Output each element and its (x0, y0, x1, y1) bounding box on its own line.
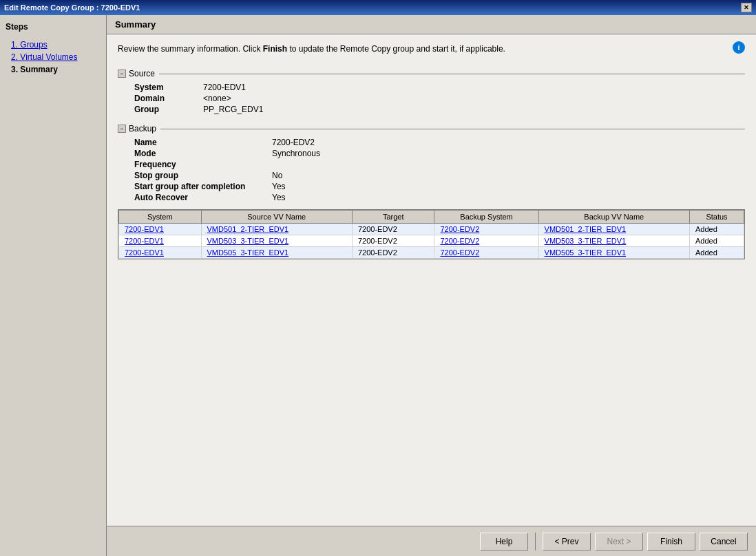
table-cell-link[interactable]: VMD505_3-TIER_EDV1 (201, 247, 352, 259)
source-collapse-button[interactable]: − (118, 70, 126, 78)
source-system-label: System (134, 83, 203, 92)
table-row: 7200-EDV1VMD503_3-TIER_EDV17200-EDV27200… (119, 235, 744, 247)
source-section-label: Source (129, 69, 155, 78)
backup-auto-recover-value: Yes (272, 193, 745, 202)
col-status: Status (689, 211, 744, 224)
table-cell: Added (689, 247, 744, 259)
sidebar: Steps 1. Groups 2. Virtual Volumes 3. Su… (0, 15, 107, 556)
source-system-value: 7200-EDV1 (203, 83, 745, 92)
table-cell: 7200-EDV2 (352, 224, 434, 235)
backup-auto-recover-label: Auto Recover (134, 193, 272, 202)
table-cell: 7200-EDV2 (352, 235, 434, 247)
backup-name-value: 7200-EDV2 (272, 138, 745, 147)
backup-start-group-value: Yes (272, 182, 745, 191)
close-button[interactable]: ✕ (741, 3, 752, 12)
backup-mode-label: Mode (134, 149, 272, 158)
title-bar: Edit Remote Copy Group : 7200-EDV1 ✕ (0, 0, 756, 15)
table-cell-link[interactable]: 7200-EDV2 (434, 224, 538, 235)
table-row: 7200-EDV1VMD501_2-TIER_EDV17200-EDV27200… (119, 224, 744, 235)
source-fields: System 7200-EDV1 Domain <none> Group PP_… (118, 83, 745, 114)
main-container: Steps 1. Groups 2. Virtual Volumes 3. Su… (0, 15, 756, 556)
table-cell-link[interactable]: 7200-EDV2 (434, 235, 538, 247)
source-group-value: PP_RCG_EDV1 (203, 105, 745, 114)
source-group-label: Group (134, 105, 203, 114)
content-body: Review the summary information. Click Fi… (107, 34, 756, 526)
col-backup-vv: Backup VV Name (538, 211, 689, 224)
table-cell: Added (689, 224, 744, 235)
table-cell-link[interactable]: 7200-EDV1 (119, 235, 202, 247)
info-icon: i (733, 41, 745, 54)
source-domain-label: Domain (134, 94, 203, 103)
table-cell-link[interactable]: VMD505_3-TIER_EDV1 (538, 247, 689, 259)
backup-fields: Name 7200-EDV2 Mode Synchronous Frequenc… (118, 138, 745, 202)
finish-button[interactable]: Finish (647, 533, 695, 550)
table-header-row: System Source VV Name Target Backup Syst… (119, 211, 744, 224)
table-cell-link[interactable]: 7200-EDV2 (434, 247, 538, 259)
help-button[interactable]: Help (480, 533, 528, 550)
table-cell-link[interactable]: 7200-EDV1 (119, 247, 202, 259)
backup-mode-value: Synchronous (272, 149, 745, 158)
col-system: System (119, 211, 202, 224)
source-section-header: − Source (118, 69, 745, 78)
table-cell-link[interactable]: 7200-EDV1 (119, 224, 202, 235)
source-section-line (159, 74, 745, 74)
cancel-button[interactable]: Cancel (700, 533, 748, 550)
content: Summary Review the summary information. … (107, 15, 756, 556)
backup-name-label: Name (134, 138, 272, 147)
table-cell-link[interactable]: VMD503_3-TIER_EDV1 (201, 235, 352, 247)
col-target: Target (352, 211, 434, 224)
sidebar-item-summary: 3. Summary (6, 63, 101, 76)
volumes-table: System Source VV Name Target Backup Syst… (118, 210, 744, 259)
col-backup-system: Backup System (434, 211, 538, 224)
sidebar-item-groups[interactable]: 1. Groups (6, 39, 101, 51)
backup-section-line (160, 129, 745, 129)
table-cell-link[interactable]: VMD503_3-TIER_EDV1 (538, 235, 689, 247)
next-button[interactable]: Next > (595, 533, 643, 550)
backup-frequency-label: Frequency (134, 160, 272, 169)
table-cell-link[interactable]: VMD501_2-TIER_EDV1 (201, 224, 352, 235)
table-row: 7200-EDV1VMD505_3-TIER_EDV17200-EDV27200… (119, 247, 744, 259)
prev-button[interactable]: < Prev (543, 533, 591, 550)
title-bar-label: Edit Remote Copy Group : 7200-EDV1 (4, 3, 140, 12)
footer: Help < Prev Next > Finish Cancel (107, 526, 756, 556)
footer-divider (535, 533, 536, 550)
backup-start-group-label: Start group after completion (134, 182, 272, 191)
source-domain-value: <none> (203, 94, 745, 103)
content-header: Summary (107, 15, 756, 34)
source-section: − Source System 7200-EDV1 Domain <none> … (118, 69, 745, 114)
sidebar-title: Steps (6, 22, 101, 32)
table-cell: Added (689, 235, 744, 247)
backup-frequency-value (272, 160, 745, 169)
table-cell-link[interactable]: VMD501_2-TIER_EDV1 (538, 224, 689, 235)
backup-section-header: − Backup (118, 124, 745, 133)
backup-stop-group-value: No (272, 171, 745, 180)
intro-text: Review the summary information. Click Fi… (118, 44, 505, 54)
backup-collapse-button[interactable]: − (118, 125, 126, 133)
title-bar-controls: ✕ (741, 3, 752, 12)
backup-section-label: Backup (129, 124, 156, 133)
sidebar-item-virtual-volumes[interactable]: 2. Virtual Volumes (6, 51, 101, 63)
backup-section: − Backup Name 7200-EDV2 Mode Synchronous… (118, 124, 745, 259)
table-cell: 7200-EDV2 (352, 247, 434, 259)
col-source-vv: Source VV Name (201, 211, 352, 224)
backup-stop-group-label: Stop group (134, 171, 272, 180)
volumes-table-container: System Source VV Name Target Backup Syst… (118, 209, 745, 259)
